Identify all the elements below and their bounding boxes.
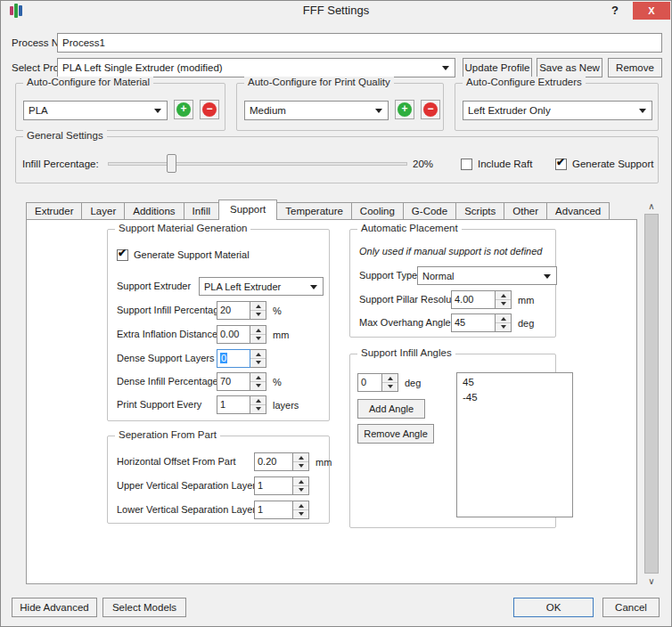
- save-as-new-button[interactable]: Save as New: [537, 58, 602, 77]
- angle-spinner[interactable]: 0: [357, 373, 398, 392]
- tab-other[interactable]: Other: [504, 202, 547, 219]
- spin-up-icon[interactable]: [496, 291, 511, 300]
- spin-down-icon[interactable]: [250, 405, 266, 413]
- cancel-button[interactable]: Cancel: [602, 598, 660, 617]
- include-raft-checkbox[interactable]: [461, 159, 472, 170]
- dense-support-layers-spinner[interactable]: 0: [217, 349, 266, 368]
- tab-extruder[interactable]: Extruder: [26, 202, 82, 219]
- spin-value[interactable]: 20: [217, 301, 250, 320]
- spin-value[interactable]: 4.00: [451, 290, 496, 309]
- select-models-button[interactable]: Select Models: [102, 598, 186, 617]
- spin-value[interactable]: 1: [217, 395, 250, 414]
- process-name-input[interactable]: Process1: [57, 33, 662, 53]
- angle-list-item[interactable]: 45: [457, 375, 572, 390]
- spin-down-icon[interactable]: [250, 359, 266, 367]
- spin-down-icon[interactable]: [250, 382, 266, 390]
- spin-up-icon[interactable]: [250, 326, 266, 335]
- tab-gcode[interactable]: G-Code: [403, 202, 456, 219]
- ok-button[interactable]: OK: [513, 598, 594, 617]
- tab-scripts[interactable]: Scripts: [455, 202, 504, 219]
- spin-down-icon[interactable]: [293, 510, 308, 518]
- extra-inflation-distance-spinner[interactable]: 0.00: [217, 325, 266, 344]
- print-support-every-spinner[interactable]: 1: [217, 395, 266, 414]
- scroll-down-icon: ∨: [648, 577, 654, 586]
- generate-support-material-checkbox[interactable]: ✔: [117, 249, 128, 261]
- support-extruder-select[interactable]: PLA Left Extruder: [199, 277, 324, 296]
- spin-value[interactable]: 0: [357, 373, 382, 392]
- profile-select[interactable]: PLA Left Single Extruder (modified): [57, 58, 455, 77]
- generate-support-checkbox[interactable]: ✔: [555, 159, 567, 170]
- support-infill-percentage-spinner[interactable]: 20: [217, 301, 266, 320]
- scroll-down-button[interactable]: ∨: [642, 574, 661, 589]
- close-button[interactable]: X: [633, 2, 670, 20]
- tab-advanced[interactable]: Advanced: [546, 202, 610, 219]
- spin-down-icon[interactable]: [293, 462, 308, 470]
- spin-value[interactable]: 0.00: [217, 325, 250, 344]
- scrollbar-thumb[interactable]: [644, 214, 659, 574]
- spin-down-icon[interactable]: [496, 300, 511, 308]
- angle-list[interactable]: 45 -45: [456, 372, 573, 517]
- spin-value[interactable]: 1: [254, 501, 293, 519]
- spin-value[interactable]: 70: [217, 372, 250, 391]
- horizontal-offset-row: Horizontal Offset From Part 0.20 mm: [117, 452, 325, 472]
- spin-down-icon[interactable]: [382, 383, 397, 391]
- spin-up-icon[interactable]: [382, 374, 397, 383]
- auto-extruders-title: Auto-Configure Extruders: [463, 77, 586, 87]
- tab-additions[interactable]: Additions: [124, 202, 184, 219]
- dense-support-layers-label: Dense Support Layers: [117, 353, 214, 363]
- spin-down-icon[interactable]: [250, 311, 266, 319]
- support-type-select[interactable]: Normal: [417, 266, 557, 285]
- generate-support-material-checkrow[interactable]: ✔ Generate Support Material: [117, 248, 250, 262]
- add-material-button[interactable]: +: [174, 100, 193, 119]
- remove-angle-button[interactable]: Remove Angle: [357, 424, 434, 444]
- upper-separation-spinner[interactable]: 1: [254, 476, 309, 495]
- remove-material-button[interactable]: −: [200, 100, 219, 119]
- spin-up-icon[interactable]: [250, 302, 266, 311]
- add-angle-button[interactable]: Add Angle: [357, 399, 425, 419]
- remove-profile-button[interactable]: Remove: [608, 58, 662, 77]
- spin-up-icon[interactable]: [293, 501, 308, 510]
- extra-inflation-distance-label: Extra Inflation Distance: [117, 329, 217, 339]
- max-overhang-spinner[interactable]: 45: [451, 314, 512, 332]
- spin-up-icon[interactable]: [250, 396, 266, 405]
- spin-value[interactable]: 0: [217, 349, 250, 368]
- help-button[interactable]: ?: [605, 1, 625, 20]
- angle-list-item[interactable]: -45: [457, 390, 572, 405]
- tab-cooling[interactable]: Cooling: [351, 202, 404, 219]
- extruders-select[interactable]: Left Extruder Only: [463, 101, 652, 120]
- chevron-down-icon: [639, 109, 646, 117]
- quality-select[interactable]: Medium: [244, 101, 389, 120]
- lower-separation-spinner[interactable]: 1: [254, 501, 309, 519]
- tab-infill[interactable]: Infill: [184, 202, 219, 219]
- pillar-resolution-spinner[interactable]: 4.00: [451, 290, 512, 309]
- spin-down-icon[interactable]: [496, 323, 511, 331]
- spin-up-icon[interactable]: [496, 314, 511, 323]
- add-quality-button[interactable]: +: [395, 100, 414, 119]
- infill-percentage-slider[interactable]: [108, 153, 407, 175]
- material-select[interactable]: PLA: [23, 101, 168, 120]
- tab-support[interactable]: Support: [218, 200, 277, 220]
- horizontal-offset-spinner[interactable]: 0.20: [254, 452, 309, 471]
- update-profile-button[interactable]: Update Profile: [463, 58, 532, 77]
- scroll-up-button[interactable]: ∧: [642, 199, 661, 214]
- spin-up-icon[interactable]: [293, 477, 308, 486]
- spin-down-icon[interactable]: [293, 486, 308, 494]
- spin-value[interactable]: 0.20: [254, 452, 293, 471]
- spin-up-icon[interactable]: [250, 350, 266, 359]
- tab-temperature[interactable]: Temperature: [276, 202, 352, 219]
- slider-handle[interactable]: [167, 154, 176, 173]
- tab-layer[interactable]: Layer: [81, 202, 125, 219]
- include-raft-checkrow[interactable]: Include Raft: [461, 157, 532, 171]
- unit-label: deg: [405, 378, 421, 388]
- spin-up-icon[interactable]: [250, 373, 266, 382]
- vertical-scrollbar[interactable]: ∧ ∨: [642, 199, 661, 589]
- spin-down-icon[interactable]: [250, 335, 266, 343]
- remove-quality-button[interactable]: −: [421, 100, 440, 119]
- generate-support-checkrow[interactable]: ✔ Generate Support: [555, 157, 653, 171]
- spin-value[interactable]: 45: [451, 314, 496, 332]
- dense-infill-percentage-spinner[interactable]: 70: [217, 372, 266, 391]
- hide-advanced-button[interactable]: Hide Advanced: [12, 598, 97, 617]
- spin-value[interactable]: 1: [254, 476, 293, 495]
- spin-up-icon[interactable]: [293, 453, 308, 462]
- slider-track[interactable]: [108, 162, 407, 166]
